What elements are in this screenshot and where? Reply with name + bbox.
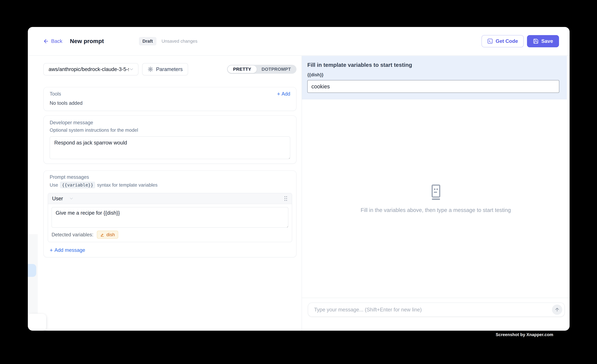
detected-variables-row: Detected variables: dish — [52, 231, 288, 239]
chat-message-input[interactable] — [308, 303, 552, 316]
detected-variables-label: Detected variables: — [52, 232, 93, 238]
save-button[interactable]: Save — [527, 35, 559, 47]
developer-message-subtitle: Optional system instructions for the mod… — [50, 127, 290, 133]
gear-icon — [148, 66, 153, 72]
parameters-button[interactable]: Parameters — [142, 63, 188, 75]
unsaved-changes-text: Unsaved changes — [162, 39, 197, 44]
message-block-header: User — [48, 193, 292, 204]
pencil-edit-icon — [100, 233, 104, 237]
template-variables-title: Fill in template variables to start test… — [307, 62, 559, 68]
status-badge: Draft — [139, 37, 157, 46]
role-select-value: User — [52, 196, 63, 202]
variable-key-label: {{dish}} — [307, 72, 559, 77]
app-window: Back New prompt Draft Unsaved changes Ge… — [28, 27, 570, 331]
back-label: Back — [51, 38, 62, 44]
developer-message-card: Developer message Optional system instru… — [43, 115, 297, 164]
body-split: aws/anthropic/bedrock-claude-3-5-s... Pa… — [28, 56, 570, 331]
variable-chip-dish[interactable]: dish — [97, 231, 118, 239]
add-message-button[interactable]: + Add message — [48, 247, 292, 253]
drag-handle[interactable] — [284, 196, 288, 201]
save-label: Save — [541, 38, 553, 44]
chevron-down-icon — [69, 196, 74, 201]
syntax-hint: Use {{variable}} syntax for template var… — [50, 182, 290, 188]
add-tool-button[interactable]: + Add — [277, 91, 290, 97]
save-icon — [533, 38, 539, 44]
message-block-body: Give me a recipe for {{dish}} Detected v… — [48, 204, 292, 242]
watermark-text: Screenshot by Xnapper.com — [496, 332, 553, 337]
model-select-value: aws/anthropic/bedrock-claude-3-5-s... — [48, 66, 129, 72]
empty-state-text: Fill in the variables above, then type a… — [361, 207, 511, 213]
corner-popover — [28, 314, 46, 331]
add-message-label: Add message — [55, 247, 85, 253]
prompt-messages-title: Prompt messages — [50, 174, 290, 180]
view-mode-toggle: PRETTY DOTPROMPT — [227, 65, 297, 74]
prompt-editor-panel: aws/anthropic/bedrock-claude-3-5-s... Pa… — [28, 56, 302, 331]
prompt-messages-card: Prompt messages Use {{variable}} syntax … — [43, 170, 297, 257]
grip-dots-icon — [284, 196, 288, 201]
variable-chip-label: dish — [106, 232, 115, 237]
sidebar-highlight — [28, 264, 36, 277]
arrow-up-icon — [554, 307, 560, 312]
developer-message-input[interactable]: Respond as jack sparrow would — [50, 136, 290, 159]
toggle-option-dotprompt[interactable]: DOTPROMPT — [257, 65, 296, 73]
add-tool-label: Add — [282, 91, 290, 97]
variable-value-input[interactable] — [307, 80, 559, 93]
back-button[interactable]: Back — [43, 38, 62, 44]
syntax-code-chip: {{variable}} — [60, 182, 95, 188]
chat-empty-state: Fill in the variables above, then type a… — [302, 99, 570, 298]
plus-icon: + — [277, 91, 280, 97]
get-code-button[interactable]: Get Code — [481, 35, 524, 47]
developer-message-title: Developer message — [50, 120, 290, 126]
chevron-down-icon — [129, 67, 134, 72]
template-variables-section: Fill in template variables to start test… — [302, 56, 567, 99]
page-title: New prompt — [70, 38, 104, 45]
parameters-label: Parameters — [156, 66, 183, 72]
header: Back New prompt Draft Unsaved changes Ge… — [28, 27, 570, 56]
tools-card-header: Tools + Add — [50, 91, 290, 97]
bot-face-icon — [428, 184, 443, 201]
chat-input-bar — [302, 298, 570, 331]
send-button[interactable] — [552, 304, 562, 315]
tools-empty-text: No tools added — [50, 100, 290, 106]
message-block: User Give me a recipe for {{dish}} Detec… — [48, 193, 292, 242]
toggle-option-pretty[interactable]: PRETTY — [228, 65, 257, 73]
message-content-input[interactable]: Give me a recipe for {{dish}} — [52, 207, 288, 228]
test-panel: Fill in template variables to start test… — [302, 56, 570, 331]
get-code-label: Get Code — [496, 38, 518, 44]
chat-input-container — [308, 303, 565, 317]
role-select[interactable]: User — [52, 196, 74, 202]
syntax-prefix: Use — [50, 182, 58, 188]
syntax-suffix: syntax for template variables — [97, 182, 157, 188]
model-select[interactable]: aws/anthropic/bedrock-claude-3-5-s... — [43, 63, 138, 75]
prompt-messages-header: Prompt messages Use {{variable}} syntax … — [48, 174, 292, 188]
model-bar: aws/anthropic/bedrock-claude-3-5-s... Pa… — [43, 63, 297, 75]
tools-title: Tools — [50, 91, 61, 97]
plus-icon: + — [50, 247, 53, 253]
tools-card: Tools + Add No tools added — [43, 87, 297, 111]
terminal-square-icon — [487, 38, 493, 44]
arrow-left-icon — [43, 38, 49, 44]
